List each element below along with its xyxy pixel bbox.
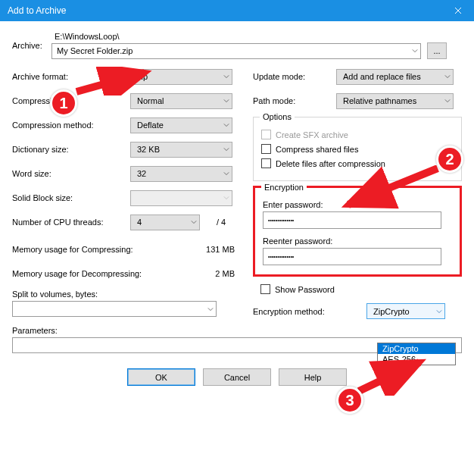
solid-block-label: Solid Block size: [12,193,130,202]
help-button[interactable]: Help [279,368,347,386]
parameters-label: Parameters: [12,326,239,335]
dictionary-size-combo[interactable]: 32 KB [130,142,232,158]
word-size-label: Word size: [12,169,130,178]
chevron-down-icon [412,48,418,54]
show-password-label: Show Password [275,285,335,294]
chevron-down-icon [223,98,229,104]
chevron-down-icon [223,74,229,80]
encryption-method-combo[interactable]: ZipCrypto [366,303,445,319]
mem-comp-label: Memory usage for Compressing: [12,245,164,254]
archive-label: Archive: [12,41,51,50]
update-mode-combo[interactable]: Add and replace files [336,69,454,85]
mem-decomp-value: 2 MB [164,269,239,278]
show-password-checkbox[interactable] [260,284,270,294]
delete-after-checkbox[interactable] [261,158,271,168]
chevron-down-icon [436,308,442,315]
path-mode-label: Path mode: [253,96,336,105]
encryption-title: Encryption [261,183,307,192]
cancel-button[interactable]: Cancel [203,368,271,386]
chevron-down-icon [191,219,197,225]
ok-button[interactable]: OK [127,368,195,386]
annotation-arrow-2 [339,165,445,211]
archive-path: E:\WindowsLoop\ [51,32,462,41]
chevron-down-icon [207,306,214,312]
annotation-arrow-1 [73,67,156,96]
chevron-down-icon [223,195,229,201]
solid-block-combo [130,190,232,206]
compress-shared-checkbox[interactable] [261,144,271,154]
compression-method-combo[interactable]: Deflate [130,117,232,133]
reenter-password-label: Reenter password: [263,236,452,246]
annotation-arrow-3 [354,358,430,396]
cpu-threads-combo[interactable]: 4 [130,215,200,230]
cpu-threads-max: / 4 [217,218,226,227]
sfx-label: Create SFX archive [276,130,348,139]
split-volumes-combo[interactable] [12,301,217,317]
chevron-down-icon [223,122,229,128]
chevron-down-icon [444,98,451,104]
encryption-method-label: Encryption method: [253,307,366,316]
mem-decomp-label: Memory usage for Decompressing: [12,269,164,278]
archive-filename-combo[interactable]: My Secret Folder.zip [51,43,421,59]
window-title: Add to Archive [8,5,66,16]
chevron-down-icon [223,171,229,177]
chevron-down-icon [444,74,451,80]
update-mode-label: Update mode: [253,72,336,81]
options-title: Options [260,112,295,121]
enter-password-input[interactable]: •••••••••••••• [263,211,441,229]
annotation-badge-3: 3 [336,387,363,414]
annotation-badge-2: 2 [436,146,463,173]
reenter-password-input[interactable]: •••••••••••••• [263,248,441,265]
annotation-badge-1: 1 [50,89,77,117]
sfx-checkbox [261,130,271,139]
browse-button[interactable]: ... [427,42,447,59]
word-size-combo[interactable]: 32 [130,166,232,182]
titlebar: Add to Archive [0,0,474,21]
chevron-down-icon [223,146,229,152]
dictionary-size-label: Dictionary size: [12,145,130,154]
close-button[interactable] [442,0,474,21]
archive-filename: My Secret Folder.zip [57,46,133,55]
cpu-threads-label: Number of CPU threads: [12,218,130,227]
path-mode-combo[interactable]: Relative pathnames [336,93,454,109]
compression-method-label: Compression method: [12,121,130,130]
dropdown-option-zipcrypto[interactable]: ZipCrypto [378,343,455,354]
mem-comp-value: 131 MB [164,245,239,254]
split-volumes-label: Split to volumes, bytes: [12,290,239,299]
compress-shared-label: Compress shared files [276,145,358,154]
